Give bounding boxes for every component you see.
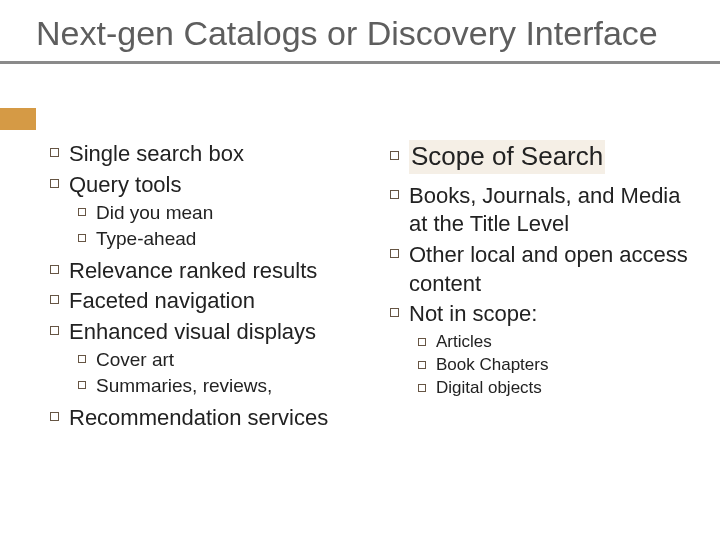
bullet-icon (50, 326, 59, 335)
bullet-text: Summaries, reviews, (96, 374, 272, 399)
bullet-query-tools: Query tools (50, 171, 390, 200)
bullet-text: Query tools (69, 171, 182, 200)
bullet-text: Relevance ranked results (69, 257, 317, 286)
subbullet-did-you-mean: Did you mean (78, 201, 390, 226)
bullet-icon (50, 265, 59, 274)
subbullet-digital-objects: Digital objects (418, 377, 690, 399)
bullet-books-journals: Books, Journals, and Media at the Title … (390, 182, 690, 239)
content-area: Single search box Query tools Did you me… (50, 140, 700, 434)
bullet-icon (50, 148, 59, 157)
subbullet-cover-art: Cover art (78, 348, 390, 373)
bullet-icon (390, 308, 399, 317)
bullet-recommendation: Recommendation services (50, 404, 390, 433)
bullet-relevance: Relevance ranked results (50, 257, 390, 286)
bullet-icon (390, 249, 399, 258)
bullet-icon (78, 355, 86, 363)
bullet-text: Recommendation services (69, 404, 328, 433)
bullet-text: Other local and open access content (409, 241, 690, 298)
title-underline (0, 61, 720, 64)
subbullet-type-ahead: Type-ahead (78, 227, 390, 252)
bullet-icon (78, 234, 86, 242)
bullet-text: Faceted navigation (69, 287, 255, 316)
bullet-icon (50, 179, 59, 188)
bullet-icon (50, 295, 59, 304)
slide-title: Next-gen Catalogs or Discovery Interface (36, 14, 720, 53)
bullet-icon (78, 208, 86, 216)
bullet-single-search: Single search box (50, 140, 390, 169)
bullet-icon (418, 338, 426, 346)
subbullet-book-chapters: Book Chapters (418, 354, 690, 376)
bullet-enhanced-visual: Enhanced visual displays (50, 318, 390, 347)
scope-heading-text: Scope of Search (409, 140, 605, 174)
bullet-icon (390, 190, 399, 199)
bullet-icon (418, 384, 426, 392)
bullet-text: Articles (436, 331, 492, 353)
bullet-text: Not in scope: (409, 300, 537, 329)
bullet-text: Cover art (96, 348, 174, 373)
accent-bar (0, 108, 36, 130)
bullet-icon (78, 381, 86, 389)
bullet-scope-heading: Scope of Search (390, 140, 690, 174)
bullet-text: Type-ahead (96, 227, 196, 252)
subbullet-articles: Articles (418, 331, 690, 353)
bullet-icon (418, 361, 426, 369)
left-column: Single search box Query tools Did you me… (50, 140, 390, 434)
bullet-text: Books, Journals, and Media at the Title … (409, 182, 690, 239)
bullet-other-local: Other local and open access content (390, 241, 690, 298)
bullet-text: Digital objects (436, 377, 542, 399)
bullet-text: Book Chapters (436, 354, 548, 376)
bullet-text: Enhanced visual displays (69, 318, 316, 347)
bullet-text: Did you mean (96, 201, 213, 226)
bullet-faceted: Faceted navigation (50, 287, 390, 316)
right-column: Scope of Search Books, Journals, and Med… (390, 140, 690, 434)
bullet-text: Single search box (69, 140, 244, 169)
subbullet-summaries: Summaries, reviews, (78, 374, 390, 399)
bullet-icon (50, 412, 59, 421)
bullet-not-in-scope: Not in scope: (390, 300, 690, 329)
bullet-icon (390, 151, 399, 160)
